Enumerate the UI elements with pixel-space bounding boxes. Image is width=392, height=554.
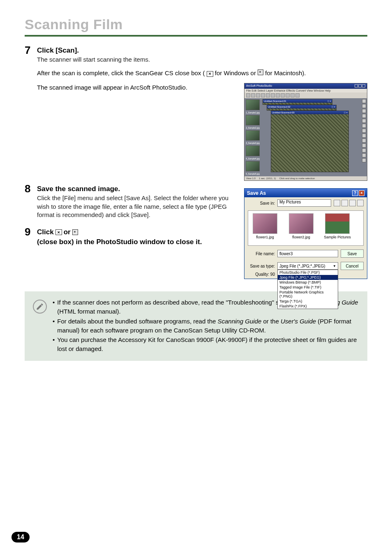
text-italic: Scanning Guide [218,318,262,325]
step-number: 8 [25,183,33,194]
type-options[interactable]: PhotoStudio File (*.PSF) Jpeg File (*.JP… [277,270,338,309]
file-pane[interactable]: flower1.jpg flower2.jpg Sample Pictures [248,210,364,246]
dialog-titlebar: Save As ?× [244,189,367,197]
text: for Windows or [215,69,258,76]
type-option[interactable]: Tagged Image File (*.TIF) [278,285,338,290]
step-number: 7 [25,45,33,55]
back-icon[interactable] [334,200,340,206]
cancel-button[interactable]: Cancel [341,262,364,270]
text: or [64,228,71,236]
chevron-down-icon: ▼ [333,264,336,268]
step-subtext: The scanner will start scanning the item… [37,55,367,64]
step-number: 9 [25,226,33,237]
step-paragraph: After the scan is complete, click the Sc… [37,69,367,77]
type-option[interactable]: Jpeg File (*.JPG;*.JPEG) [278,275,338,280]
text: (HTML format manual). [57,308,120,315]
savein-label: Save in: [248,201,275,205]
app-toolbar [244,92,367,98]
newfolder-icon[interactable] [349,200,356,206]
tool-palette [361,98,367,176]
text: If the scanner does not perform as descr… [57,299,314,306]
pencil-icon [33,300,47,314]
text: After the scan is complete, click the Sc… [37,69,205,76]
text: For details about the bundled software p… [57,318,217,325]
saveas-screenshot: Save As ?× Save in: My Pictures flower1.… [244,188,367,279]
text: (close box) in the PhotoStudio window to… [37,238,202,246]
text: for Macintosh). [265,69,306,76]
photostudio-screenshot: ArcSoft PhotoStudio File Edit Select Lay… [244,83,367,181]
dialog-title: Save As [247,190,266,196]
app-statusbar: View 1.0 1 sec. (1011, 1) Click and drag… [244,176,367,180]
close-x-icon: × [55,229,62,235]
savein-combo[interactable]: My Pictures [277,199,331,207]
type-option[interactable]: PhotoStudio File (*.PSF) [278,270,338,275]
app-titlebar: ArcSoft PhotoStudio [244,83,367,89]
text-italic: User's Guide [281,318,316,325]
page-title: Scanning Film [25,16,367,32]
filename-input[interactable] [277,250,338,257]
app-menubar: File Edit Select Layer Enhance Effects C… [244,89,367,92]
type-option[interactable]: Portable Network Graphics (*.PNG) [278,290,338,299]
text: You can purchase the Accessory Kit for C… [57,335,359,353]
type-option[interactable]: Windows Bitmap (*.BMP) [278,280,338,285]
step-8: 8 Save the scanned image. Click the [Fil… [25,183,236,224]
step-7: 7 Click [Scan]. The scanner will start s… [25,45,367,181]
up-icon[interactable] [341,200,348,206]
step-heading: Click × or (close box) in the PhotoStudi… [37,228,236,246]
folder-item[interactable]: Sample Pictures [323,213,352,243]
app-title: ArcSoft PhotoStudio [246,84,272,88]
thumbnail-strip: 1_Sample1.jpg 2_Sample2.jpg 3_Sample3.jp… [244,98,261,176]
text: or the [263,318,281,325]
views-icon[interactable] [357,200,364,206]
step-paragraph: The scanned image will appear in ArcSoft… [37,83,236,92]
nav-icons[interactable] [334,200,364,206]
step-heading: Save the scanned image. [37,185,236,193]
title-rule [25,35,367,37]
step-subtext: Click the [File] menu and select [Save A… [37,194,236,219]
app-canvas: Untitled-Scanned-01□ × Untitled-Scanned-… [261,98,361,176]
step-heading: Click [Scan]. [37,46,367,55]
type-option[interactable]: FlashPix (*.FPX) [278,304,338,309]
close-square-icon [72,229,78,235]
type-label: Save as type: [248,264,275,268]
page-number: 14 [12,532,30,542]
dialog-window-buttons: ?× [351,190,364,196]
step-9: 9 Click × or (close box) in the PhotoStu… [25,226,236,247]
type-option[interactable]: Targa (*.TGA) [278,299,338,304]
close-square-icon [258,69,263,75]
type-combo[interactable]: Jpeg File (*.JPG;*.JPEG)▼ PhotoStudio Fi… [277,262,338,270]
text: Click [37,228,54,236]
quality-label: Quality: 90 [248,272,275,277]
file-item[interactable]: flower2.jpg [287,213,316,243]
window-buttons [354,84,365,88]
close-x-icon: × [207,71,213,77]
file-item[interactable]: flower1.jpg [251,213,279,243]
save-button[interactable]: Save [341,249,364,258]
filename-label: File name: [248,252,275,256]
